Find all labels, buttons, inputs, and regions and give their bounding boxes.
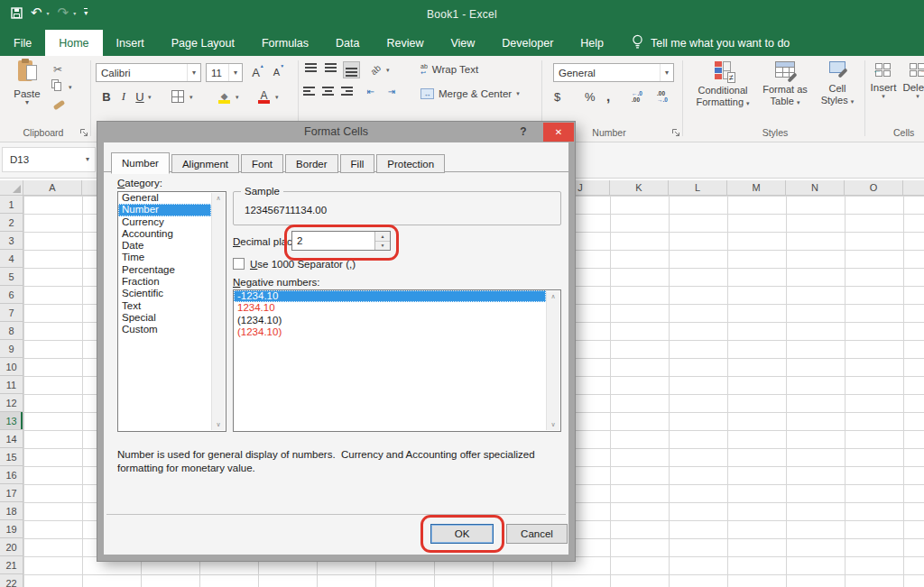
tell-me[interactable]: Tell me what you want to do: [632, 30, 790, 56]
copy-button[interactable]: [51, 79, 62, 91]
orientation-dropdown-icon[interactable]: ▾: [386, 67, 390, 74]
category-item-number[interactable]: Number: [118, 204, 211, 216]
select-all-button[interactable]: [0, 180, 23, 196]
tab-formulas[interactable]: Formulas: [248, 30, 322, 56]
decrease-decimal-button[interactable]: .00→.0: [657, 90, 668, 103]
tab-review[interactable]: Review: [373, 30, 437, 56]
row-header-16[interactable]: 16: [0, 466, 23, 484]
column-header-O[interactable]: O: [845, 180, 903, 195]
delete-cells-button[interactable]: → Delete ▾: [902, 63, 924, 100]
font-name-combo[interactable]: Calibri ▾: [96, 63, 201, 82]
format-as-table-button[interactable]: Format asTable ▾: [758, 61, 812, 107]
font-size-dropdown-icon[interactable]: ▾: [228, 64, 242, 81]
negative-option-1[interactable]: 1234.10: [234, 302, 546, 314]
conditional-formatting-dropdown-icon[interactable]: ▾: [746, 100, 750, 106]
tab-home[interactable]: Home: [45, 30, 102, 56]
dialog-titlebar[interactable]: Format Cells: [97, 122, 575, 142]
row-header-21[interactable]: 21: [0, 556, 23, 574]
category-item-scientific[interactable]: Scientific: [118, 288, 211, 299]
negative-numbers-listbox[interactable]: -1234.101234.10(1234.10)(1234.10) ∧ ∨: [233, 289, 561, 432]
dialog-help-button[interactable]: ?: [513, 122, 533, 142]
row-header-2[interactable]: 2: [0, 214, 23, 232]
top-align-button[interactable]: [305, 63, 317, 76]
increase-indent-button[interactable]: ⇥: [383, 87, 401, 96]
row-header-18[interactable]: 18: [0, 502, 23, 520]
number-dialog-launcher-icon[interactable]: [671, 128, 681, 138]
grow-font-button[interactable]: A▲: [249, 63, 267, 81]
negative-scrollbar[interactable]: ∧ ∨: [546, 291, 559, 430]
borders-button[interactable]: [171, 90, 184, 103]
negative-option-0[interactable]: -1234.10: [234, 290, 546, 302]
tab-help[interactable]: Help: [567, 30, 617, 56]
font-color-button[interactable]: A: [256, 87, 272, 105]
dialog-close-button[interactable]: ✕: [543, 123, 574, 142]
row-header-15[interactable]: 15: [0, 448, 23, 466]
clipboard-dialog-launcher-icon[interactable]: [79, 128, 89, 138]
align-left-button[interactable]: [303, 87, 315, 96]
comma-style-button[interactable]: ,: [606, 88, 610, 104]
scroll-up-icon[interactable]: ∧: [550, 293, 555, 300]
paste-dropdown-icon[interactable]: ▾: [25, 99, 29, 106]
font-color-dropdown-icon[interactable]: ▾: [275, 94, 279, 101]
name-box[interactable]: D13 ▾: [2, 147, 96, 172]
row-header-8[interactable]: 8: [0, 322, 23, 340]
italic-button[interactable]: I: [117, 88, 130, 105]
merge-center-button[interactable]: ↔ Merge & Center ▾: [420, 88, 520, 99]
row-header-14[interactable]: 14: [0, 430, 23, 448]
column-header-A[interactable]: A: [23, 180, 82, 195]
dialog-tab-protection[interactable]: Protection: [376, 154, 445, 173]
scroll-down-icon[interactable]: ∨: [216, 421, 220, 428]
font-size-combo[interactable]: 11 ▾: [206, 63, 243, 82]
font-name-dropdown-icon[interactable]: ▾: [187, 64, 200, 81]
tab-insert[interactable]: Insert: [103, 30, 158, 56]
category-item-time[interactable]: Time: [118, 252, 211, 263]
tab-page-layout[interactable]: Page Layout: [158, 30, 248, 56]
scroll-down-icon[interactable]: ∨: [550, 421, 555, 428]
row-header-10[interactable]: 10: [0, 358, 23, 376]
cancel-button[interactable]: Cancel: [506, 524, 568, 544]
name-box-dropdown-icon[interactable]: ▾: [86, 156, 89, 163]
category-item-special[interactable]: Special: [118, 312, 211, 324]
align-center-button[interactable]: [322, 87, 334, 96]
percent-style-button[interactable]: %: [585, 90, 596, 104]
category-scrollbar[interactable]: ∧ ∨: [211, 193, 225, 430]
format-as-table-dropdown-icon[interactable]: ▾: [797, 99, 800, 105]
column-header-L[interactable]: L: [669, 180, 727, 195]
decrease-indent-button[interactable]: ⇤: [362, 87, 380, 96]
row-header-11[interactable]: 11: [0, 376, 23, 394]
increase-decimal-button[interactable]: ←.0.00: [632, 90, 642, 103]
delete-cells-dropdown-icon[interactable]: ▾: [916, 93, 919, 100]
row-header-13[interactable]: 13: [0, 412, 23, 430]
row-header-17[interactable]: 17: [0, 484, 23, 502]
tab-view[interactable]: View: [437, 30, 488, 56]
shrink-font-button[interactable]: A▼: [270, 63, 288, 81]
column-header-N[interactable]: N: [786, 180, 845, 195]
category-item-text[interactable]: Text: [118, 300, 211, 312]
underline-button[interactable]: U: [134, 88, 146, 105]
accounting-format-button[interactable]: $: [554, 90, 560, 104]
cell-styles-button[interactable]: CellStyles ▾: [816, 61, 859, 106]
row-header-7[interactable]: 7: [0, 304, 23, 322]
copy-dropdown-icon[interactable]: ▾: [69, 84, 72, 91]
number-format-dropdown-icon[interactable]: ▾: [660, 64, 673, 81]
dialog-tab-alignment[interactable]: Alignment: [171, 154, 239, 173]
use-1000-separator-checkbox[interactable]: [233, 258, 245, 270]
dialog-tab-border[interactable]: Border: [285, 154, 338, 173]
row-header-6[interactable]: 6: [0, 286, 23, 304]
dialog-tab-font[interactable]: Font: [241, 154, 283, 173]
bold-button[interactable]: B: [99, 88, 114, 105]
conditional-formatting-button[interactable]: ≠ ConditionalFormatting ▾: [691, 61, 754, 108]
column-header-P[interactable]: P: [903, 180, 924, 195]
row-header-20[interactable]: 20: [0, 538, 23, 556]
tab-file[interactable]: File: [0, 30, 45, 56]
scroll-up-icon[interactable]: ∧: [216, 195, 220, 202]
paste-button[interactable]: Paste ▾: [7, 60, 47, 106]
row-header-12[interactable]: 12: [0, 394, 23, 412]
format-painter-button[interactable]: [51, 99, 67, 110]
category-item-percentage[interactable]: Percentage: [118, 264, 211, 276]
number-format-combo[interactable]: General ▾: [553, 63, 674, 82]
row-header-19[interactable]: 19: [0, 520, 23, 538]
row-header-4[interactable]: 4: [0, 250, 23, 268]
orientation-button[interactable]: ab: [365, 59, 386, 80]
row-header-9[interactable]: 9: [0, 340, 23, 358]
